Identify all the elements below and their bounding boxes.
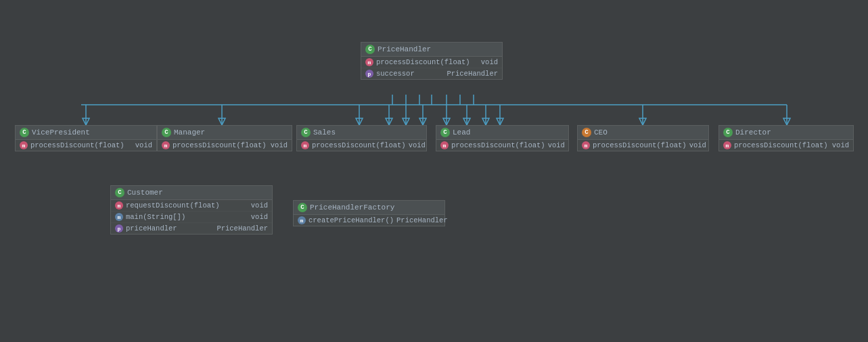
method-return: void bbox=[409, 141, 426, 149]
lead-name: Lead bbox=[453, 128, 470, 137]
ceo-icon: C bbox=[582, 128, 591, 137]
method-name: processDiscount(float) bbox=[376, 58, 478, 66]
method-name: processDiscount(float) bbox=[30, 141, 133, 149]
manager-class: C Manager m processDiscount(float) void bbox=[157, 125, 292, 151]
manager-method-row: m processDiscount(float) void bbox=[158, 140, 292, 151]
svg-marker-27 bbox=[356, 118, 363, 125]
customer-name: Customer bbox=[127, 189, 163, 197]
method-icon: m bbox=[298, 216, 306, 224]
lead-method-row: m processDiscount(float) void bbox=[436, 140, 568, 151]
method-return: void bbox=[832, 141, 849, 149]
method-return: void bbox=[271, 141, 288, 149]
customer-icon: C bbox=[115, 188, 124, 197]
vicepresident-icon: C bbox=[20, 128, 29, 137]
sales-class: C Sales m processDiscount(float) void bbox=[296, 125, 427, 151]
field-return: PriceHandler bbox=[447, 70, 498, 78]
director-class: C Director m processDiscount(float) void bbox=[718, 125, 854, 151]
method-icon: m bbox=[723, 141, 731, 149]
lead-icon: C bbox=[440, 128, 450, 137]
director-icon: C bbox=[723, 128, 733, 137]
field-icon: p bbox=[365, 70, 373, 78]
method-return: void bbox=[251, 201, 268, 210]
vicepresident-class: C VicePresident m processDiscount(float)… bbox=[15, 125, 157, 151]
ceo-method-row: m processDiscount(float) void bbox=[578, 140, 708, 151]
customer-field-row: p priceHandler PriceHandler bbox=[111, 223, 272, 234]
vicepresident-name: VicePresident bbox=[32, 128, 90, 137]
manager-header: C Manager bbox=[158, 126, 292, 140]
method-name: createPriceHandler() bbox=[309, 216, 394, 224]
vicepresident-method-row: m processDiscount(float) void bbox=[16, 140, 156, 151]
lead-class: C Lead m processDiscount(float) void bbox=[436, 125, 569, 151]
vicepresident-header: C VicePresident bbox=[16, 126, 156, 140]
method-icon: m bbox=[365, 58, 373, 66]
pricehandler-method-row: m processDiscount(float) void bbox=[361, 57, 502, 68]
method-icon: m bbox=[301, 141, 309, 149]
sales-icon: C bbox=[301, 128, 311, 137]
method-icon: m bbox=[115, 201, 123, 210]
svg-marker-20 bbox=[443, 118, 450, 125]
method-name: processDiscount(float) bbox=[451, 141, 545, 149]
director-method-row: m processDiscount(float) void bbox=[719, 140, 853, 151]
pricehandlerfactory-class: C PriceHandlerFactory m createPriceHandl… bbox=[293, 200, 445, 226]
method-icon: m bbox=[162, 141, 170, 149]
method-return: void bbox=[548, 141, 565, 149]
pricehandlerfactory-name: PriceHandlerFactory bbox=[310, 203, 394, 212]
method-return: void bbox=[135, 141, 152, 149]
svg-marker-14 bbox=[386, 118, 392, 125]
pricehandlerfactory-icon: C bbox=[298, 203, 307, 212]
method-name: main(String[]) bbox=[126, 213, 248, 221]
manager-name: Manager bbox=[174, 128, 205, 137]
field-return: PriceHandler bbox=[216, 224, 268, 233]
svg-marker-16 bbox=[403, 118, 409, 125]
director-header: C Director bbox=[719, 126, 853, 140]
method-name: requestDiscount(float) bbox=[126, 201, 248, 210]
pricehandlerfactory-method-row: m createPriceHandler() PriceHandler bbox=[294, 215, 444, 226]
svg-marker-26 bbox=[219, 118, 225, 125]
field-name: successor bbox=[376, 70, 444, 78]
method-icon: m bbox=[440, 141, 449, 149]
method-name: processDiscount(float) bbox=[734, 141, 829, 149]
svg-marker-22 bbox=[463, 118, 470, 125]
method-name: processDiscount(float) bbox=[593, 141, 687, 149]
ceo-header: C CEO bbox=[578, 126, 708, 140]
pricehandler-field-row: p successor PriceHandler bbox=[361, 68, 502, 79]
method-return: void bbox=[481, 58, 498, 66]
svg-marker-29 bbox=[639, 118, 646, 125]
method-icon: m bbox=[20, 141, 28, 149]
svg-marker-28 bbox=[497, 118, 503, 125]
sales-header: C Sales bbox=[297, 126, 426, 140]
method-name: processDiscount(float) bbox=[312, 141, 406, 149]
field-name: priceHandler bbox=[126, 224, 214, 233]
ceo-name: CEO bbox=[594, 128, 608, 137]
pricehandler-name: PriceHandler bbox=[378, 45, 431, 53]
pricehandler-class: C PriceHandler m processDiscount(float) … bbox=[361, 42, 503, 80]
sales-name: Sales bbox=[313, 128, 336, 137]
pricehandlerfactory-header: C PriceHandlerFactory bbox=[294, 201, 444, 215]
svg-marker-24 bbox=[482, 118, 489, 125]
svg-marker-30 bbox=[783, 118, 790, 125]
lead-header: C Lead bbox=[436, 126, 568, 140]
sales-method-row: m processDiscount(float) void bbox=[297, 140, 426, 151]
field-icon: p bbox=[115, 224, 123, 233]
ceo-class: C CEO m processDiscount(float) void bbox=[577, 125, 709, 151]
method-return: void bbox=[251, 213, 268, 221]
method-return: PriceHandler bbox=[396, 216, 448, 224]
customer-method2-row: m main(String[]) void bbox=[111, 212, 272, 223]
customer-header: C Customer bbox=[111, 186, 272, 200]
method-name: processDiscount(float) bbox=[173, 141, 268, 149]
svg-marker-18 bbox=[419, 118, 426, 125]
customer-class: C Customer m requestDiscount(float) void… bbox=[110, 185, 273, 235]
director-name: Director bbox=[735, 128, 771, 137]
method-icon: m bbox=[582, 141, 590, 149]
svg-marker-25 bbox=[83, 118, 89, 125]
customer-method1-row: m requestDiscount(float) void bbox=[111, 200, 272, 212]
manager-icon: C bbox=[162, 128, 171, 137]
pricehandler-header: C PriceHandler bbox=[361, 43, 502, 57]
method-return: void bbox=[689, 141, 706, 149]
method-icon: m bbox=[115, 213, 123, 221]
pricehandler-icon: C bbox=[365, 45, 375, 54]
diagram-canvas: C PriceHandler m processDiscount(float) … bbox=[0, 0, 868, 342]
